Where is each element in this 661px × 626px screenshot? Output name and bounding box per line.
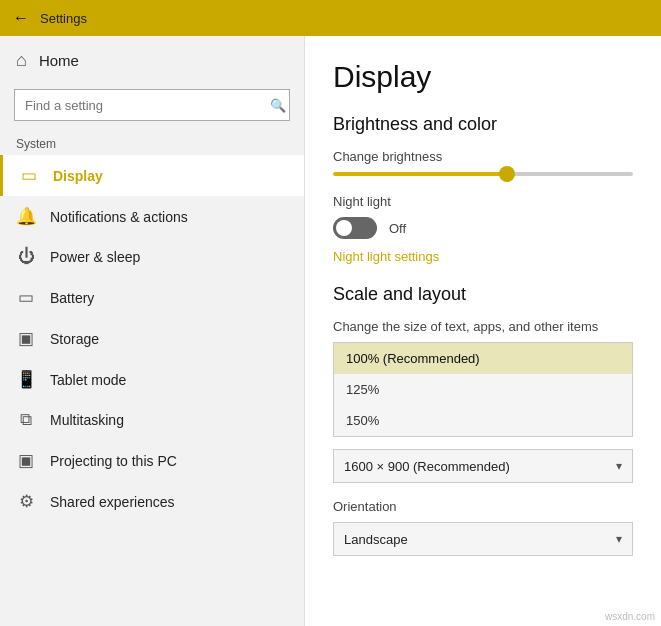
night-light-status: Off bbox=[389, 221, 406, 236]
section-label: System bbox=[0, 131, 304, 155]
home-label: Home bbox=[39, 52, 79, 69]
toggle-knob bbox=[336, 220, 352, 236]
battery-icon: ▭ bbox=[16, 287, 36, 308]
multitasking-icon: ⧉ bbox=[16, 410, 36, 430]
scale-option-125[interactable]: 125% bbox=[334, 374, 632, 405]
scale-label: Change the size of text, apps, and other… bbox=[333, 319, 633, 334]
search-input[interactable] bbox=[14, 89, 290, 121]
sidebar-item-notifications[interactable]: 🔔 Notifications & actions bbox=[0, 196, 304, 237]
projecting-icon: ▣ bbox=[16, 450, 36, 471]
nav-label-notifications: Notifications & actions bbox=[50, 209, 188, 225]
sidebar-item-storage[interactable]: ▣ Storage bbox=[0, 318, 304, 359]
shared-icon: ⚙ bbox=[16, 491, 36, 512]
nav-label-tablet: Tablet mode bbox=[50, 372, 126, 388]
resolution-select[interactable]: 1600 × 900 (Recommended) ▾ bbox=[333, 449, 633, 483]
sidebar-item-home[interactable]: ⌂ Home bbox=[0, 36, 304, 85]
nav-label-multitasking: Multitasking bbox=[50, 412, 124, 428]
brightness-slider[interactable] bbox=[333, 172, 633, 176]
brightness-section-title: Brightness and color bbox=[333, 114, 633, 135]
sidebar-item-projecting[interactable]: ▣ Projecting to this PC bbox=[0, 440, 304, 481]
sidebar-item-power[interactable]: ⏻ Power & sleep bbox=[0, 237, 304, 277]
sidebar-item-multitasking[interactable]: ⧉ Multitasking bbox=[0, 400, 304, 440]
sidebar-item-tablet[interactable]: 📱 Tablet mode bbox=[0, 359, 304, 400]
nav-label-projecting: Projecting to this PC bbox=[50, 453, 177, 469]
orientation-label: Orientation bbox=[333, 499, 633, 514]
resolution-chevron-icon: ▾ bbox=[616, 459, 622, 473]
back-icon: ← bbox=[13, 9, 29, 27]
orientation-select[interactable]: Landscape ▾ bbox=[333, 522, 633, 556]
page-title: Display bbox=[333, 60, 633, 94]
nav-label-storage: Storage bbox=[50, 331, 99, 347]
night-light-label: Night light bbox=[333, 194, 633, 209]
resolution-value: 1600 × 900 (Recommended) bbox=[344, 459, 510, 474]
night-light-toggle[interactable] bbox=[333, 217, 377, 239]
notifications-icon: 🔔 bbox=[16, 206, 36, 227]
scale-option-100[interactable]: 100% (Recommended) bbox=[334, 343, 632, 374]
orientation-chevron-icon: ▾ bbox=[616, 532, 622, 546]
scale-section-title: Scale and layout bbox=[333, 284, 633, 305]
nav-label-shared: Shared experiences bbox=[50, 494, 175, 510]
sidebar-item-battery[interactable]: ▭ Battery bbox=[0, 277, 304, 318]
sidebar-item-shared[interactable]: ⚙ Shared experiences bbox=[0, 481, 304, 522]
night-light-row: Off bbox=[333, 217, 633, 239]
tablet-icon: 📱 bbox=[16, 369, 36, 390]
nav-label-power: Power & sleep bbox=[50, 249, 140, 265]
scale-dropdown-list[interactable]: 100% (Recommended) 125% 150% bbox=[333, 342, 633, 437]
window-title: Settings bbox=[40, 11, 87, 26]
home-icon: ⌂ bbox=[16, 50, 27, 71]
search-icon[interactable]: 🔍 bbox=[270, 98, 286, 113]
scale-option-150[interactable]: 150% bbox=[334, 405, 632, 436]
nav-label-battery: Battery bbox=[50, 290, 94, 306]
content-area: Display Brightness and color Change brig… bbox=[305, 36, 661, 626]
brightness-thumb[interactable] bbox=[499, 166, 515, 182]
nav-label-display: Display bbox=[53, 168, 103, 184]
main-layout: ⌂ Home 🔍 System ▭ Display 🔔 Notification… bbox=[0, 36, 661, 626]
night-light-settings-link[interactable]: Night light settings bbox=[333, 249, 439, 264]
sidebar: ⌂ Home 🔍 System ▭ Display 🔔 Notification… bbox=[0, 36, 305, 626]
storage-icon: ▣ bbox=[16, 328, 36, 349]
brightness-label: Change brightness bbox=[333, 149, 633, 164]
power-icon: ⏻ bbox=[16, 247, 36, 267]
orientation-value: Landscape bbox=[344, 532, 408, 547]
back-button[interactable]: ← bbox=[10, 7, 32, 29]
display-icon: ▭ bbox=[19, 165, 39, 186]
sidebar-item-display[interactable]: ▭ Display bbox=[0, 155, 304, 196]
search-box: 🔍 bbox=[14, 89, 290, 121]
title-bar: ← Settings bbox=[0, 0, 661, 36]
